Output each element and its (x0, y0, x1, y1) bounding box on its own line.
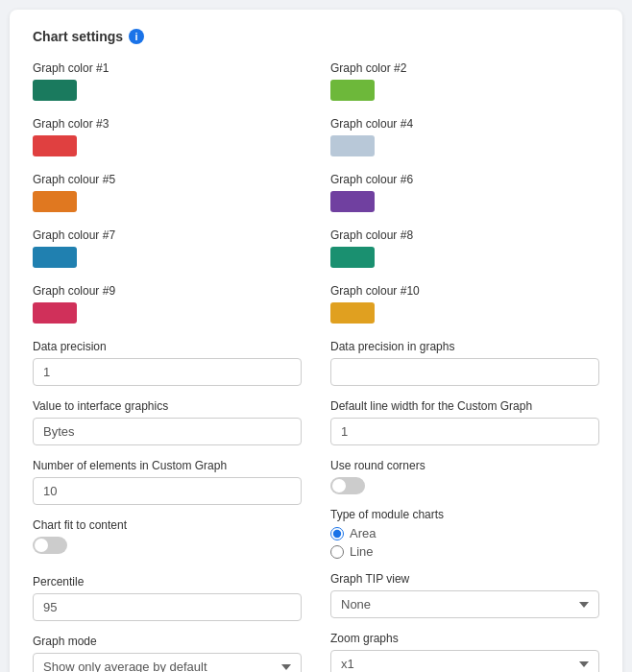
chart-fit-label: Chart fit to content (33, 518, 302, 532)
line-radio[interactable] (330, 545, 344, 559)
type-module-radio-group: Area Line (330, 526, 599, 559)
line-radio-label: Line (350, 544, 374, 559)
use-round-corners-label: Use round corners (330, 459, 599, 472)
right-column: Graph color #2Graph colour #4Graph colou… (330, 61, 599, 672)
color-label: Graph colour #6 (330, 173, 599, 186)
graph-mode-label: Graph mode (33, 635, 302, 648)
zoom-graphs-group: Zoom graphs x1 x2 x4 x8 (330, 632, 599, 672)
value-to-interface-input[interactable] (33, 418, 302, 445)
color-swatch[interactable] (33, 191, 77, 212)
right-colors: Graph color #2Graph colour #4Graph colou… (330, 61, 599, 326)
data-precision-graphs-label: Data precision in graphs (330, 340, 599, 353)
color-label: Graph colour #8 (330, 228, 599, 242)
color-label: Graph colour #5 (33, 173, 302, 186)
zoom-graphs-select[interactable]: x1 x2 x4 x8 (330, 650, 599, 672)
default-line-width-input[interactable] (330, 418, 599, 445)
color-group: Graph color #2 (330, 61, 599, 104)
color-label: Graph color #3 (33, 117, 302, 131)
chart-fit-toggle-wrap (33, 537, 302, 554)
color-swatch[interactable] (330, 247, 375, 268)
chart-fit-slider (33, 537, 67, 554)
color-group: Graph colour #10 (330, 284, 599, 326)
color-group: Graph colour #6 (330, 173, 599, 215)
data-precision-graphs-group: Data precision in graphs (330, 340, 599, 386)
percentile-label: Percentile (33, 575, 302, 588)
value-to-interface-label: Value to interface graphics (33, 399, 302, 413)
left-column: Graph color #1Graph color #3Graph colour… (33, 61, 302, 672)
graph-tip-select[interactable]: None Standard Advanced (330, 590, 599, 618)
card-title: Chart settings (33, 29, 123, 44)
type-module-charts-group: Type of module charts Area Line (330, 508, 599, 559)
color-swatch[interactable] (330, 302, 375, 324)
color-swatch[interactable] (330, 191, 375, 212)
chart-fit-group: Chart fit to content (33, 518, 302, 554)
color-label: Graph colour #7 (33, 228, 302, 242)
area-radio[interactable] (330, 527, 344, 540)
card-header: Chart settings i (33, 29, 599, 44)
area-radio-label: Area (350, 526, 376, 540)
color-label: Graph colour #4 (330, 117, 599, 131)
area-radio-item[interactable]: Area (330, 526, 599, 540)
color-group: Graph colour #9 (33, 284, 302, 326)
color-swatch[interactable] (33, 135, 77, 156)
color-swatch[interactable] (33, 302, 77, 324)
default-line-width-group: Default line width for the Custom Graph (330, 399, 599, 445)
chart-fit-toggle[interactable] (33, 537, 67, 554)
use-round-corners-slider (330, 477, 365, 494)
data-precision-group: Data precision (33, 340, 302, 386)
num-elements-input[interactable] (33, 477, 302, 505)
percentile-input[interactable] (33, 593, 302, 621)
percentile-group: Percentile (33, 575, 302, 621)
color-label: Graph colour #10 (330, 284, 599, 298)
graph-mode-group: Graph mode Show only average by default … (33, 635, 302, 672)
type-module-charts-label: Type of module charts (330, 508, 599, 521)
color-label: Graph color #2 (330, 61, 599, 75)
color-swatch[interactable] (330, 135, 375, 156)
color-swatch[interactable] (33, 247, 77, 268)
num-elements-label: Number of elements in Custom Graph (33, 459, 302, 472)
graph-tip-group: Graph TIP view None Standard Advanced (330, 572, 599, 618)
graph-mode-select[interactable]: Show only average by default Show min/ma… (33, 653, 302, 672)
info-icon[interactable]: i (129, 29, 144, 44)
graph-tip-label: Graph TIP view (330, 572, 599, 586)
color-swatch[interactable] (33, 80, 77, 101)
color-label: Graph colour #9 (33, 284, 302, 298)
data-precision-label: Data precision (33, 340, 302, 353)
data-precision-graphs-input[interactable] (330, 358, 599, 386)
color-group: Graph color #1 (33, 61, 302, 104)
color-group: Graph colour #4 (330, 117, 599, 159)
line-radio-item[interactable]: Line (330, 544, 599, 559)
chart-settings-card: Chart settings i Graph color #1Graph col… (10, 10, 622, 672)
settings-grid: Graph color #1Graph color #3Graph colour… (33, 61, 599, 672)
use-round-corners-group: Use round corners (330, 459, 599, 494)
use-round-corners-toggle-wrap (330, 477, 599, 494)
color-group: Graph colour #8 (330, 228, 599, 271)
color-label: Graph color #1 (33, 61, 302, 75)
value-to-interface-group: Value to interface graphics (33, 399, 302, 445)
color-group: Graph color #3 (33, 117, 302, 159)
left-colors: Graph color #1Graph color #3Graph colour… (33, 61, 302, 326)
color-group: Graph colour #5 (33, 173, 302, 215)
color-swatch[interactable] (330, 80, 375, 101)
data-precision-input[interactable] (33, 358, 302, 386)
color-group: Graph colour #7 (33, 228, 302, 271)
zoom-graphs-label: Zoom graphs (330, 632, 599, 645)
use-round-corners-toggle[interactable] (330, 477, 365, 494)
num-elements-group: Number of elements in Custom Graph (33, 459, 302, 505)
default-line-width-label: Default line width for the Custom Graph (330, 399, 599, 413)
